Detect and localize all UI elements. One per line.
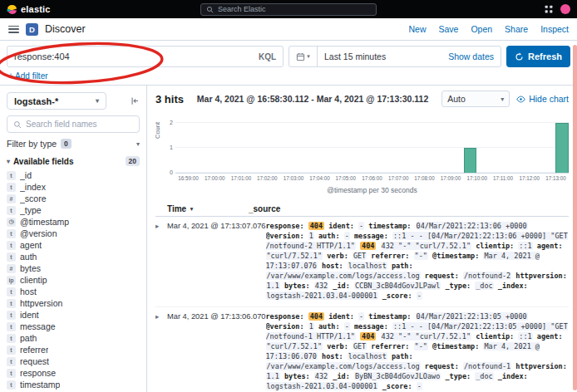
source-value: _doc <box>475 372 493 380</box>
global-search-input[interactable]: Search Elastic <box>200 3 377 16</box>
interval-select[interactable]: Auto ▾ <box>441 91 510 107</box>
new-button[interactable]: New <box>408 24 426 34</box>
refresh-button[interactable]: Refresh <box>506 46 570 67</box>
doc-table: Time ▼ _source ▸Mar 4, 2021 @ 17:13:07.0… <box>155 202 569 392</box>
inspect-button[interactable]: Inspect <box>540 24 569 34</box>
hide-chart-button[interactable]: Hide chart <box>516 94 569 104</box>
expand-toggle-icon[interactable]: ▸ <box>155 221 167 230</box>
user-avatar[interactable] <box>560 4 570 14</box>
field-item[interactable]: tagent <box>7 239 140 251</box>
quick-select-button[interactable]: ▾ <box>289 47 318 66</box>
field-item[interactable]: t@version <box>7 228 140 239</box>
x-tick-label: 17:13:00 <box>545 175 566 181</box>
field-name: path <box>20 333 37 343</box>
field-name: timestamp <box>20 380 60 390</box>
field-name: request <box>20 356 49 366</box>
y-tick-label: 2 <box>163 120 173 125</box>
field-name: @version <box>20 228 57 238</box>
field-item[interactable]: ◷@timestamp <box>7 216 140 228</box>
filter-by-type-button[interactable]: Filter by type 0 ▾ <box>7 139 140 149</box>
time-column-header[interactable]: Time ▼ <box>155 204 249 213</box>
field-name: clientip <box>20 275 47 285</box>
query-language-button[interactable]: KQL <box>259 52 276 61</box>
source-field-name: _type: <box>445 372 471 380</box>
y-axis-label: Count <box>154 122 161 139</box>
source-field-name: request: <box>425 362 459 370</box>
add-filter-button[interactable]: + Add filter <box>8 71 48 81</box>
available-fields-label: Available fields <box>13 157 73 166</box>
source-field-name: _type: <box>445 282 471 290</box>
field-item[interactable]: tauth <box>7 251 140 262</box>
highlighted-term: 404 <box>308 222 324 230</box>
field-item[interactable]: #bytes <box>7 262 140 274</box>
chevron-down-icon: ▾ <box>307 53 310 60</box>
scrollbar-thumb[interactable] <box>573 45 577 390</box>
string-type-icon: t <box>7 229 16 238</box>
x-axis-ticks: 16:59:0017:00:0017:01:0017:02:0017:03:00… <box>175 175 569 183</box>
field-search-input[interactable]: Search field names <box>7 115 140 133</box>
source-value: 1.1 <box>266 282 280 290</box>
field-item[interactable]: tident <box>7 309 140 321</box>
scrollbar[interactable] <box>573 45 577 390</box>
menu-icon[interactable] <box>8 26 19 33</box>
field-item[interactable]: thost <box>7 286 140 297</box>
doc-table-row: ▸Mar 4, 2021 @ 17:13:07.076response: 404… <box>155 217 569 307</box>
field-name: ident <box>20 310 39 320</box>
expand-toggle-icon[interactable]: ▸ <box>155 311 167 321</box>
query-input[interactable]: response:404 KQL <box>7 46 284 67</box>
highlighted-term: 404 <box>360 242 376 250</box>
collapse-sidebar-button[interactable] <box>131 96 140 105</box>
field-item[interactable]: trequest <box>7 355 140 367</box>
field-name: response <box>20 368 56 378</box>
source-field-name: host: <box>322 262 343 270</box>
show-dates-button[interactable]: Show dates <box>441 51 501 61</box>
calendar-icon <box>296 52 305 61</box>
field-item[interactable]: t_id <box>7 169 140 181</box>
source-value: 432 "-" "curl/7.52.1" <box>381 242 471 250</box>
source-value: logstash-2021.03.04-000001 <box>266 292 378 300</box>
elastic-logo[interactable]: elastic <box>7 4 51 15</box>
available-fields-accordion[interactable]: ▾ Available fields 20 <box>7 156 140 166</box>
field-name: bytes <box>20 263 41 273</box>
histogram-bar[interactable] <box>464 148 477 173</box>
source-field-name: @timestamp: <box>432 252 479 260</box>
histogram-bar[interactable] <box>555 123 569 173</box>
source-value: - <box>358 312 364 321</box>
source-field-name: timestamp: <box>368 312 411 321</box>
field-item[interactable]: tresponse <box>7 367 140 379</box>
field-item[interactable]: t_index <box>7 181 140 193</box>
highlighted-term: 404 <box>308 312 324 321</box>
source-field-name: ident: <box>328 312 354 321</box>
string-type-icon: t <box>7 287 16 296</box>
field-item[interactable]: treferrer <box>7 344 140 355</box>
field-item[interactable]: ttimestamp <box>7 379 140 390</box>
source-field-name: response: <box>266 312 304 321</box>
query-text: response:404 <box>14 51 70 61</box>
field-item[interactable]: thttpversion <box>7 297 140 309</box>
field-name: agent <box>20 240 42 250</box>
index-pattern-select[interactable]: logstash-* ▾ <box>7 92 106 110</box>
field-item[interactable]: #_score <box>7 193 140 204</box>
source-field-name: @version: <box>266 322 304 331</box>
field-item[interactable]: t_type <box>7 204 140 216</box>
field-item[interactable]: tmessage <box>7 321 140 332</box>
share-button[interactable]: Share <box>505 24 528 34</box>
histogram-chart: Count 210 16:59:0017:00:0017:01:0017:02:… <box>155 114 569 194</box>
chevron-down-icon: ▾ <box>7 158 10 165</box>
source-value: - <box>358 222 364 230</box>
field-item[interactable]: tpath <box>7 332 140 344</box>
x-tick-label: 16:59:00 <box>178 175 199 181</box>
field-name: auth <box>20 252 37 262</box>
source-value: /var/www/example.com/logs/access.log <box>266 362 421 370</box>
save-button[interactable]: Save <box>438 24 458 34</box>
source-field-name: _id: <box>333 372 349 380</box>
time-range-button[interactable]: Last 15 minutes <box>318 51 392 61</box>
apps-icon[interactable] <box>545 5 553 13</box>
source-field-name: _score: <box>382 292 412 300</box>
doc-time-cell: Mar 4, 2021 @ 17:13:06.070 <box>167 311 266 321</box>
open-button[interactable]: Open <box>471 24 492 34</box>
field-name: _type <box>20 205 42 215</box>
field-item[interactable]: ipclientip <box>7 274 140 286</box>
eye-icon <box>516 95 525 104</box>
string-type-icon: t <box>7 334 16 343</box>
